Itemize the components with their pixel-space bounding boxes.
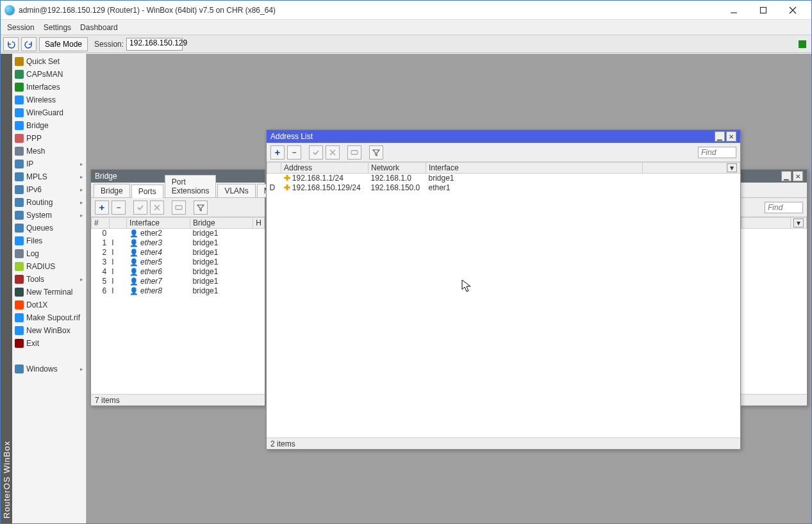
addr-disable-button[interactable] bbox=[326, 145, 340, 160]
sidebar-item-mpls[interactable]: MPLS▸ bbox=[12, 170, 86, 183]
sidebar-icon bbox=[15, 236, 24, 245]
filter-button[interactable] bbox=[194, 201, 208, 215]
tab-ports[interactable]: Ports bbox=[131, 184, 163, 198]
column-header[interactable]: Network bbox=[369, 163, 426, 174]
sidebar-item-capsman[interactable]: CAPsMAN bbox=[12, 68, 86, 81]
sidebar-item-ip[interactable]: IP▸ bbox=[12, 158, 86, 170]
column-header[interactable]: H bbox=[253, 218, 265, 229]
column-header[interactable]: Interface bbox=[426, 163, 643, 174]
background-window-title[interactable]: ▁ ✕ bbox=[741, 170, 807, 183]
addr-find-input[interactable] bbox=[698, 147, 736, 158]
safe-mode-button[interactable]: Safe Mode bbox=[39, 37, 88, 51]
menu-dashboard[interactable]: Dashboard bbox=[80, 23, 118, 32]
bg-close-button[interactable]: ✕ bbox=[793, 171, 803, 181]
comment-button[interactable] bbox=[172, 201, 186, 215]
sidebar-item-wireless[interactable]: Wireless bbox=[12, 94, 86, 106]
bg-column-dropdown[interactable]: ▾ bbox=[793, 218, 804, 227]
bg-min-button[interactable]: ▁ bbox=[781, 171, 791, 181]
column-header[interactable] bbox=[267, 163, 281, 174]
sidebar-item-label: WireGuard bbox=[26, 108, 63, 117]
disable-button[interactable] bbox=[150, 201, 164, 215]
table-row[interactable]: ✚ 192.168.1.1/24192.168.1.0bridge1 bbox=[267, 174, 740, 183]
address-table-area: AddressNetworkInterface▾✚ 192.168.1.1/24… bbox=[267, 162, 740, 438]
table-row[interactable]: 0👤 ether2bridge1 bbox=[92, 229, 265, 238]
sidebar-item-make-supout-rif[interactable]: Make Supout.rif bbox=[12, 311, 86, 324]
addr-enable-button[interactable] bbox=[309, 145, 323, 160]
add-button[interactable]: + bbox=[95, 201, 109, 215]
sidebar-item-interfaces[interactable]: Interfaces bbox=[12, 81, 86, 94]
menu-settings[interactable]: Settings bbox=[44, 23, 71, 32]
sidebar-item-label: Queues bbox=[26, 224, 53, 233]
sidebar-icon bbox=[15, 147, 24, 156]
tab-port-extensions[interactable]: Port Extensions bbox=[165, 175, 217, 197]
column-header[interactable]: Bridge bbox=[190, 218, 253, 229]
sidebar: RouterOS WinBox Quick SetCAPsMANInterfac… bbox=[1, 54, 87, 523]
addr-add-button[interactable]: + bbox=[270, 145, 285, 160]
bg-status bbox=[741, 394, 807, 405]
sidebar-item-ppp[interactable]: PPP bbox=[12, 132, 86, 145]
redo-button[interactable] bbox=[21, 37, 37, 51]
undo-button[interactable] bbox=[3, 37, 19, 51]
minimize-button[interactable] bbox=[719, 1, 749, 19]
menu-session[interactable]: Session bbox=[7, 23, 35, 32]
bg-find-input[interactable] bbox=[765, 202, 803, 213]
sidebar-item-wireguard[interactable]: WireGuard bbox=[12, 106, 86, 119]
maximize-button[interactable] bbox=[749, 1, 778, 19]
sidebar-item-log[interactable]: Log bbox=[12, 247, 86, 260]
sidebar-item-new-terminal[interactable]: New Terminal bbox=[12, 286, 86, 299]
column-header[interactable]: Address bbox=[281, 163, 369, 174]
chevron-right-icon: ▸ bbox=[80, 186, 83, 193]
table-row[interactable]: 3I👤 ether5bridge1 bbox=[92, 258, 265, 267]
addr-remove-button[interactable]: − bbox=[287, 145, 301, 160]
sidebar-item-radius[interactable]: RADIUS bbox=[12, 260, 86, 273]
table-row[interactable]: 5I👤 ether7bridge1 bbox=[92, 277, 265, 286]
sidebar-icon bbox=[15, 249, 24, 258]
sidebar-item-windows[interactable]: Windows▸ bbox=[12, 363, 86, 375]
sidebar-item-bridge[interactable]: Bridge bbox=[12, 119, 86, 132]
chevron-right-icon: ▸ bbox=[80, 199, 83, 206]
interface-icon: 👤 bbox=[129, 258, 138, 266]
sidebar-icon bbox=[15, 288, 24, 297]
addr-filter-button[interactable] bbox=[369, 145, 383, 160]
sidebar-item-system[interactable]: System▸ bbox=[12, 209, 86, 222]
address-status: 2 items bbox=[267, 438, 740, 449]
table-row[interactable]: 4I👤 ether6bridge1 bbox=[92, 267, 265, 277]
sidebar-item-mesh[interactable]: Mesh bbox=[12, 145, 86, 158]
sidebar-item-queues[interactable]: Queues bbox=[12, 222, 86, 234]
column-header[interactable] bbox=[109, 218, 126, 229]
enable-button[interactable] bbox=[133, 201, 147, 215]
tab-bridge[interactable]: Bridge bbox=[94, 184, 130, 197]
session-label: Session: bbox=[94, 40, 124, 49]
addr-close-button[interactable]: ✕ bbox=[726, 131, 736, 142]
table-row[interactable]: D✚ 192.168.150.129/24192.168.150.0ether1 bbox=[267, 183, 740, 193]
sidebar-icon bbox=[15, 198, 24, 207]
address-icon: ✚ bbox=[284, 183, 290, 192]
sidebar-item-label: New WinBox bbox=[26, 326, 70, 335]
addr-comment-button[interactable] bbox=[347, 145, 361, 160]
close-button[interactable] bbox=[778, 1, 808, 19]
sidebar-item-routing[interactable]: Routing▸ bbox=[12, 196, 86, 209]
interface-icon: 👤 bbox=[129, 249, 138, 256]
sidebar-item-exit[interactable]: Exit bbox=[12, 337, 86, 350]
sidebar-icon bbox=[15, 211, 24, 220]
column-header[interactable]: Interface bbox=[127, 218, 190, 229]
sidebar-item-files[interactable]: Files bbox=[12, 234, 86, 247]
address-list-window-title[interactable]: Address List ▁ ✕ bbox=[267, 130, 740, 143]
addr-min-button[interactable]: ▁ bbox=[715, 131, 725, 142]
sidebar-item-new-winbox[interactable]: New WinBox bbox=[12, 324, 86, 337]
titlebar: admin@192.168.150.129 (Router1) - WinBox… bbox=[1, 1, 811, 20]
column-header[interactable]: # bbox=[92, 218, 110, 229]
tab-vlans[interactable]: VLANs bbox=[217, 184, 255, 197]
sidebar-item-ipv6[interactable]: IPv6▸ bbox=[12, 183, 86, 196]
table-row[interactable]: 2I👤 ether4bridge1 bbox=[92, 248, 265, 258]
sidebar-item-dot1x[interactable]: Dot1X bbox=[12, 299, 86, 311]
column-dropdown[interactable]: ▾ bbox=[727, 163, 737, 172]
sidebar-item-quick-set[interactable]: Quick Set bbox=[12, 55, 86, 68]
sidebar-item-tools[interactable]: Tools▸ bbox=[12, 273, 86, 286]
table-row[interactable]: 6I👤 ether8bridge1 bbox=[92, 286, 265, 296]
sidebar-icon bbox=[15, 172, 24, 181]
sidebar-item-label: IP bbox=[26, 160, 33, 168]
remove-button[interactable]: − bbox=[112, 201, 126, 215]
chevron-right-icon: ▸ bbox=[80, 366, 83, 372]
table-row[interactable]: 1I👤 ether3bridge1 bbox=[92, 238, 265, 248]
